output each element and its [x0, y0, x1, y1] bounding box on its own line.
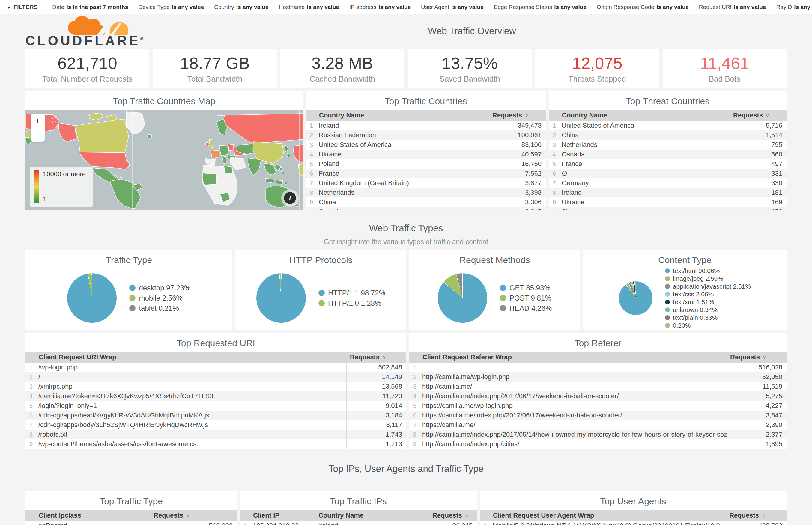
- requests-cell[interactable]: 795: [729, 140, 786, 150]
- country-name-cell[interactable]: Netherlands: [315, 189, 489, 197]
- stat-card[interactable]: 18.77 GB Total Bandwidth: [153, 49, 277, 88]
- requests-cell[interactable]: 5,275: [726, 391, 786, 401]
- uri-cell[interactable]: /robots.txt: [35, 431, 346, 438]
- requests-cell[interactable]: 568,088: [150, 521, 237, 525]
- filter-item[interactable]: Device Type is any value: [138, 4, 204, 11]
- table-row[interactable]: 4 http://camilia.me/index.php/2017/06/17…: [409, 391, 786, 401]
- referer-cell[interactable]: https://camilia.me/wp-login.php: [419, 402, 726, 410]
- table-row[interactable]: 3 /xmlrpc.php 13,568: [26, 382, 406, 391]
- requests-cell[interactable]: 1,514: [729, 130, 786, 140]
- table-row[interactable]: 6 /cdn-cgi/apps/head/xVgyKhR-vV3dAUGhMqf…: [26, 410, 406, 420]
- table-row[interactable]: 8 Netherlands 3,398: [306, 188, 546, 197]
- referer-cell[interactable]: http://camilia.me/index.php/2017/05/14/h…: [419, 431, 726, 438]
- country-name-cell[interactable]: Ukraine: [558, 198, 729, 206]
- country-name-cell[interactable]: Netherlands: [558, 141, 729, 149]
- table-row[interactable]: 5 Poland 16,760: [306, 159, 546, 169]
- table-row[interactable]: 5 https://camilia.me/wp-login.php 4,227: [409, 401, 786, 410]
- table-row[interactable]: 5 /login/?login_only=1 9,014: [26, 401, 406, 410]
- column-requests[interactable]: Requests∨: [489, 111, 546, 119]
- filter-item[interactable]: Request URI is any value: [699, 4, 766, 11]
- requests-cell[interactable]: 3,184: [346, 410, 406, 420]
- table-row[interactable]: 1 Mozilla/5.0 (Windows NT 6.1; WOW64; rv…: [480, 521, 786, 525]
- filter-item[interactable]: User Agent is any value: [421, 4, 484, 11]
- column-country-name[interactable]: Country Name: [558, 111, 729, 119]
- requests-cell[interactable]: 516,028: [726, 363, 786, 372]
- column-uri[interactable]: Client Request URI Wrap: [35, 353, 346, 361]
- requests-cell[interactable]: 1,895: [726, 439, 786, 449]
- column-ipclass[interactable]: Client Ipclass: [35, 511, 150, 519]
- table-row[interactable]: 2 China 1,514: [549, 130, 786, 140]
- country-name-cell[interactable]: ∅: [558, 170, 729, 177]
- table-row[interactable]: 2 / 14,149: [26, 372, 406, 382]
- country-name-cell[interactable]: China: [315, 198, 489, 206]
- country-name-cell[interactable]: United States of America: [558, 122, 729, 130]
- stat-card[interactable]: 3.28 MB Cached Bandwidth: [280, 49, 404, 88]
- zoom-out-button[interactable]: −: [31, 128, 45, 142]
- sort-desc-icon[interactable]: ∨: [763, 355, 766, 360]
- column-requests[interactable]: Requests∨: [150, 511, 237, 519]
- requests-cell[interactable]: 181: [729, 188, 786, 197]
- filter-item[interactable]: RayID is any value: [776, 4, 812, 11]
- requests-cell[interactable]: 560: [729, 150, 786, 159]
- country-name-cell[interactable]: Singapore: [558, 208, 729, 210]
- country-name-cell[interactable]: Ireland: [558, 189, 729, 197]
- country-name-cell[interactable]: Ireland: [315, 122, 489, 130]
- column-country-name[interactable]: Country Name: [315, 111, 489, 119]
- uri-cell[interactable]: /login/?login_only=1: [35, 402, 346, 410]
- referer-cell[interactable]: http://camilia.me/: [419, 382, 726, 390]
- uri-cell[interactable]: /cdn-cgi/apps/body/3Lh52SjWTQ4HRlErJykHq…: [35, 421, 346, 429]
- legend-item[interactable]: HTTP/1.0 1.28%: [319, 298, 385, 308]
- referer-cell[interactable]: https://camilia.me/: [419, 421, 726, 429]
- requests-cell[interactable]: 330: [729, 178, 786, 188]
- column-requests[interactable]: Requests∨: [429, 511, 477, 519]
- requests-cell[interactable]: 52,050: [726, 372, 786, 382]
- requests-cell[interactable]: 158: [729, 207, 786, 210]
- table-row[interactable]: 8 /robots.txt 1,743: [26, 430, 406, 439]
- requests-cell[interactable]: 40,597: [489, 150, 546, 159]
- referer-cell[interactable]: http://camilia.me/index.php/2017/06/17/w…: [419, 392, 726, 400]
- sort-desc-icon[interactable]: ∨: [525, 113, 528, 118]
- column-requests[interactable]: Requests∨: [346, 353, 406, 361]
- requests-cell[interactable]: 3,398: [489, 188, 546, 197]
- uri-cell[interactable]: /xmlrpc.php: [35, 382, 346, 390]
- table-row[interactable]: 1 185.234.218.33 Ireland 96,945: [240, 521, 477, 525]
- requests-cell[interactable]: 349,478: [489, 121, 546, 130]
- column-client-ip[interactable]: Client IP: [250, 511, 315, 519]
- column-requests[interactable]: Requests∨: [726, 353, 786, 361]
- legend-item[interactable]: HEAD 4.26%: [500, 303, 552, 313]
- uri-cell[interactable]: /wp-content/themes/ashe/assets/css/font-…: [35, 440, 346, 448]
- requests-cell[interactable]: 3,315: [489, 207, 546, 210]
- user-agent-cell[interactable]: Mozilla/5.0 (Windows NT 6.1; WOW64; rv:1…: [489, 522, 726, 525]
- request-methods-pie-chart[interactable]: [438, 273, 487, 323]
- referer-cell[interactable]: http://camilia.me/wp-login.php: [419, 373, 726, 381]
- country-name-cell[interactable]: Canada: [315, 208, 489, 210]
- requests-cell[interactable]: 438,562: [726, 521, 786, 525]
- filter-item[interactable]: Origin Response Code is any value: [597, 4, 689, 11]
- table-row[interactable]: 1 noRecord 568,088: [26, 521, 237, 525]
- legend-item[interactable]: text/css 2.06%: [665, 290, 751, 298]
- stat-card[interactable]: 12,075 Threats Stopped: [535, 49, 659, 88]
- stat-card[interactable]: 621,710 Total Number of Requests: [26, 49, 149, 88]
- country-name-cell[interactable]: United States of America: [315, 141, 489, 149]
- table-row[interactable]: 7 United Kingdom (Great Britain) 3,877: [306, 178, 546, 188]
- sort-desc-icon[interactable]: ∨: [762, 513, 765, 518]
- client-ip-cell[interactable]: 185.234.218.33: [250, 522, 315, 525]
- requests-cell[interactable]: 11,519: [726, 382, 786, 391]
- legend-item[interactable]: desktop 97.23%: [129, 283, 190, 293]
- column-country-name[interactable]: Country Name: [315, 511, 429, 519]
- table-row[interactable]: 6 ∅ 331: [549, 169, 786, 178]
- requests-cell[interactable]: 3,847: [726, 410, 786, 420]
- ipclass-cell[interactable]: noRecord: [35, 522, 150, 525]
- traffic-type-pie-chart[interactable]: [67, 273, 117, 323]
- table-row[interactable]: 10 Canada 3,315: [306, 207, 546, 210]
- content-type-pie-chart[interactable]: [619, 281, 652, 315]
- filter-item[interactable]: Date is in the past 7 months: [52, 4, 128, 11]
- requests-cell[interactable]: 100,061: [489, 130, 546, 140]
- table-row[interactable]: 4 Ukraine 40,597: [306, 150, 546, 159]
- requests-cell[interactable]: 2,390: [726, 420, 786, 430]
- zoom-in-button[interactable]: +: [31, 114, 45, 128]
- table-row[interactable]: 9 Ukraine 169: [549, 197, 786, 207]
- requests-cell[interactable]: 331: [729, 169, 786, 178]
- table-row[interactable]: 1 /wp-login.php 502,848: [26, 363, 406, 372]
- country-name-cell[interactable]: China: [558, 131, 729, 139]
